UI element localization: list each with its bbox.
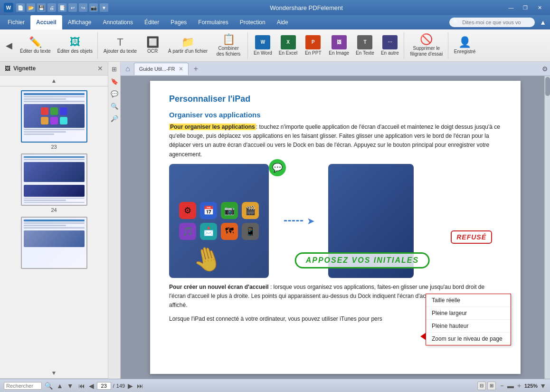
restore-button[interactable]: ❐	[519, 2, 532, 13]
open-icon[interactable]: 📂	[27, 3, 35, 12]
thumbnail-page-24[interactable]: 24	[4, 153, 104, 213]
app-icon-3: 📷	[221, 202, 238, 219]
pdf-content: Personnaliser l'iPad Organiser vos appli…	[121, 76, 550, 379]
tab-home-icon[interactable]: ⌂	[123, 65, 133, 73]
customize-icon[interactable]: ▼	[100, 3, 108, 12]
content-area: ⌂ Guide Util...-FR ✕ + ⚙ Personnaliser l…	[121, 62, 550, 379]
sidebar-search-icon[interactable]: 🔍	[109, 101, 120, 111]
menu-formulaires[interactable]: Formulaires	[192, 15, 234, 29]
ipad-screen-1: ⚙ 📅 📷 🎬 🎵 📩 🗺 📱 🤚	[169, 164, 269, 278]
menu-fichier[interactable]: Fichier	[2, 15, 30, 29]
to-other-icon: ⋯	[382, 35, 398, 49]
prev-page-button[interactable]: ◀	[88, 382, 95, 390]
search-down-button[interactable]: ▼	[66, 382, 75, 390]
zoom-slider[interactable]: ▬	[507, 382, 514, 390]
minimize-button[interactable]: —	[504, 2, 518, 13]
from-file-button[interactable]: 📁 À partir d'un fichier	[165, 33, 210, 58]
menu-expand-arrow[interactable]: ▲	[538, 19, 548, 26]
close-button[interactable]: ✕	[533, 2, 546, 13]
view-continuous-icon[interactable]: ⊞	[487, 382, 496, 390]
context-menu-item-3[interactable]: Zoom sur le niveau de page	[426, 333, 511, 345]
search-input[interactable]	[449, 18, 535, 27]
to-excel-icon: X	[281, 35, 296, 49]
zoom-value: 125%	[524, 383, 538, 389]
from-file-icon: 📁	[181, 37, 194, 48]
menu-protection[interactable]: Protection	[234, 15, 271, 29]
edit-text-button[interactable]: ✏️ Éditer du texte	[17, 33, 53, 58]
to-other-button[interactable]: ⋯ En autre	[378, 33, 402, 58]
quick-access-toolbar: 📄 📂 💾 🖨 📑 ↩ ↪ 📷 ▼	[16, 3, 108, 12]
to-ppt-button[interactable]: P En PPT	[301, 33, 325, 58]
to-text-icon: T	[357, 35, 372, 49]
search-prev-button[interactable]: 🔍	[44, 382, 54, 390]
tab-document[interactable]: Guide Util...-FR ✕	[134, 63, 189, 75]
edit-objects-button[interactable]: 🖼 Éditer des objets	[54, 33, 95, 58]
sidebar-comment-icon[interactable]: 💬	[109, 88, 120, 99]
zoom-dropdown-button[interactable]: ▼	[540, 382, 546, 390]
to-image-button[interactable]: 🖼 En Image	[326, 33, 352, 58]
first-page-button[interactable]: ⏮	[77, 382, 86, 390]
to-word-button[interactable]: W En Word	[251, 33, 275, 58]
thumbnail-page-23[interactable]: 23	[4, 90, 104, 150]
register-button[interactable]: 👤 Enregistré	[451, 33, 479, 58]
add-text-button[interactable]: T Ajouter du texte	[101, 33, 140, 58]
sidebar-zoom-icon[interactable]: 🔎	[109, 113, 120, 124]
scroll-up-arrow[interactable]: ▲	[51, 77, 57, 84]
pdf-scroll-thumb[interactable]	[545, 77, 550, 96]
next-page-button[interactable]: ▶	[127, 382, 134, 390]
scroll-down-arrow[interactable]: ▼	[51, 370, 57, 376]
tab-settings-icon[interactable]: ⚙	[542, 65, 548, 73]
arrow-icon: ➤	[307, 215, 315, 227]
sidebar-bookmark-icon[interactable]: 🔖	[109, 76, 120, 86]
context-menu-item-2[interactable]: Pleine hauteur	[426, 320, 511, 333]
context-menu-item-0[interactable]: Taille réelle	[426, 294, 511, 307]
thumbnail-icon: 🖼	[5, 65, 10, 72]
pdf-scrollbar[interactable]	[544, 76, 550, 379]
left-panel: 🖼 Vignette ✕ ▲	[0, 62, 108, 379]
combine-button[interactable]: 📋 Combiner des fichiers	[211, 33, 246, 58]
titlebar: W 📄 📂 💾 🖨 📑 ↩ ↪ 📷 ▼ Wondershare PDFeleme…	[0, 0, 550, 15]
zoom-out-button[interactable]: －	[499, 382, 505, 390]
menu-editer[interactable]: Éditer	[139, 15, 165, 29]
pdf-highlight-text: Pour organiser les applications	[169, 124, 256, 130]
app-icon-4: 🎬	[242, 202, 259, 219]
context-menu-item-1[interactable]: Pleine largeur	[426, 307, 511, 320]
view-single-icon[interactable]: ⊟	[477, 382, 486, 390]
combine-icon: 📋	[222, 34, 235, 45]
last-page-button[interactable]: ⏭	[136, 382, 144, 390]
menu-pages[interactable]: Pages	[165, 15, 192, 29]
watermark-icon: 🚫	[420, 34, 433, 45]
camera-icon[interactable]: 📷	[89, 3, 98, 12]
tab-new-button[interactable]: +	[190, 64, 201, 74]
menu-annotations[interactable]: Annotations	[97, 15, 139, 29]
status-search-input[interactable]	[4, 382, 42, 390]
panel-close-button[interactable]: ✕	[97, 65, 103, 72]
context-menu-arrow	[420, 333, 426, 340]
panel-header-left: 🖼 Vignette	[5, 65, 36, 72]
print-icon[interactable]: 🖨	[47, 3, 56, 12]
tab-close-button[interactable]: ✕	[179, 66, 183, 72]
new-icon[interactable]: 📄	[16, 3, 25, 12]
app-icon-6: 📩	[200, 223, 217, 240]
current-page-input[interactable]	[97, 382, 111, 390]
redo-icon[interactable]: ↪	[79, 3, 87, 12]
search-up-button[interactable]: ▲	[56, 382, 64, 390]
watermark-button[interactable]: 🚫 Supprimer le filigrane d'essai	[407, 33, 446, 58]
toolbar-back[interactable]: ◀	[4, 38, 14, 53]
left-panel-header: 🖼 Vignette ✕	[0, 62, 108, 76]
undo-icon[interactable]: ↩	[68, 3, 77, 12]
pdf-image-area: 💬 ⚙ 📅 📷 🎬 🎵 📩 🗺 📱	[169, 164, 502, 278]
save-icon[interactable]: 💾	[37, 3, 46, 12]
menu-accueil[interactable]: Accueil	[30, 15, 62, 29]
menu-affichage[interactable]: Affichage	[62, 15, 97, 29]
ocr-button[interactable]: 🔲 OCR	[141, 33, 164, 58]
zoom-in-button[interactable]: ＋	[516, 382, 522, 390]
to-excel-button[interactable]: X En Excel	[276, 33, 300, 58]
sidebar-thumbnail-icon[interactable]: ⊞	[109, 64, 120, 74]
thumbnail-page-25[interactable]	[4, 217, 104, 269]
app-icon-8: 📱	[242, 223, 259, 240]
to-text-button[interactable]: T En Texte	[353, 33, 377, 58]
menu-aide[interactable]: Aide	[271, 15, 294, 29]
app-icon-5: 🎵	[179, 223, 196, 240]
scan-icon[interactable]: 📑	[58, 3, 66, 12]
